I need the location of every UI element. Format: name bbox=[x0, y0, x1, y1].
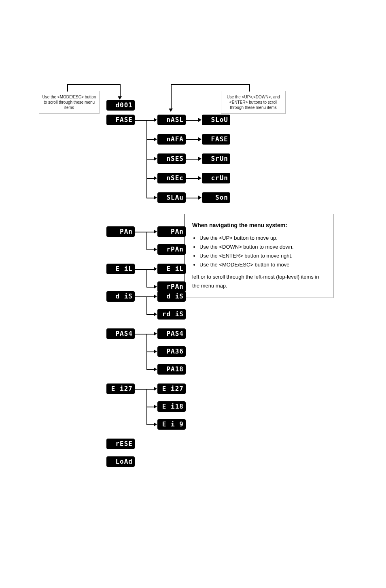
connector bbox=[146, 120, 155, 121]
connector bbox=[146, 232, 155, 232]
arrowhead-right-icon bbox=[154, 312, 157, 316]
connector bbox=[146, 178, 155, 179]
seg-son: Son bbox=[202, 193, 230, 202]
seg-nasl: nASL bbox=[158, 115, 185, 125]
connector bbox=[134, 232, 146, 232]
seg-pas4b: PAS4 bbox=[158, 329, 185, 339]
seg-til: E iL bbox=[107, 264, 134, 274]
arrowhead-right-icon bbox=[154, 176, 157, 180]
seg-load: LoAd bbox=[107, 457, 134, 467]
connector bbox=[146, 139, 155, 140]
connector bbox=[185, 198, 199, 198]
connector bbox=[146, 352, 155, 352]
info-tail: left or to scroll through the left-most … bbox=[192, 273, 326, 290]
seg-fast2: FASE bbox=[202, 134, 230, 144]
seg-slou: SLoU bbox=[202, 115, 230, 125]
connector bbox=[146, 249, 155, 250]
seg-rdis: rd iS bbox=[158, 309, 185, 319]
arrowhead-right-icon bbox=[198, 157, 201, 161]
connector bbox=[146, 407, 155, 407]
arrowhead-right-icon bbox=[198, 176, 201, 180]
connector bbox=[185, 178, 199, 179]
arrowhead-right-icon bbox=[198, 118, 201, 122]
arrowhead-down-icon bbox=[118, 96, 122, 100]
connector bbox=[134, 269, 146, 270]
info-heading: When navigating the menu system: bbox=[192, 221, 326, 230]
arrowhead-right-icon bbox=[154, 118, 157, 122]
seg-rpan2: rPAn bbox=[158, 282, 185, 292]
arrowhead-right-icon bbox=[154, 332, 157, 336]
connector bbox=[146, 232, 147, 249]
seg-ti18: E i18 bbox=[158, 402, 185, 411]
arrowhead-right-icon bbox=[154, 247, 157, 251]
seg-ti9: E i 9 bbox=[158, 420, 185, 429]
connector bbox=[146, 296, 147, 314]
info-bullet: Use the <MODE/ESC> button to move bbox=[199, 260, 326, 269]
connector bbox=[134, 296, 146, 297]
arrowhead-down-icon bbox=[169, 109, 173, 112]
arrowhead-right-icon bbox=[198, 196, 201, 200]
connector bbox=[185, 159, 199, 160]
connector bbox=[134, 120, 146, 121]
info-bullet: Use the <DOWN> button to move down. bbox=[199, 243, 326, 251]
arrowhead-right-icon bbox=[154, 422, 157, 426]
arrowhead-right-icon bbox=[154, 157, 157, 161]
connector bbox=[185, 139, 199, 140]
connector bbox=[120, 84, 121, 97]
arrowhead-right-icon bbox=[154, 230, 157, 234]
seg-ti27b: E i27 bbox=[158, 384, 185, 394]
connector bbox=[146, 314, 155, 315]
arrowhead-right-icon bbox=[154, 387, 157, 391]
connector bbox=[146, 269, 147, 287]
seg-dis2: d iS bbox=[158, 292, 185, 301]
connector bbox=[185, 120, 199, 121]
connector bbox=[146, 269, 155, 270]
connector bbox=[146, 424, 155, 425]
connector bbox=[134, 389, 146, 390]
seg-d001: d001 bbox=[107, 100, 134, 110]
arrowhead-right-icon bbox=[154, 367, 157, 371]
connector bbox=[146, 287, 155, 288]
seg-fast: FASE bbox=[107, 115, 134, 125]
connector bbox=[67, 84, 120, 85]
connector bbox=[146, 296, 155, 297]
arrowhead-right-icon bbox=[154, 349, 157, 354]
info-list: Use the <UP> button to move up. Use the … bbox=[192, 234, 326, 269]
seg-slau: SLAu bbox=[158, 193, 185, 202]
menu-map-diagram: Use the <MODE/ESC> button to scroll thro… bbox=[0, 0, 386, 588]
arrowhead-right-icon bbox=[154, 267, 157, 271]
seg-pa36: PA36 bbox=[158, 347, 185, 356]
seg-nafa: nAFA bbox=[158, 134, 185, 144]
arrowhead-right-icon bbox=[198, 137, 201, 141]
seg-pan: PAn bbox=[107, 227, 134, 236]
info-bullet: Use the <ENTER> button to move right. bbox=[199, 251, 326, 260]
seg-nstc: nSEc bbox=[158, 173, 185, 183]
connector bbox=[171, 84, 249, 85]
note-right: Use the <UP>,<DOWN>, and <ENTER> buttons… bbox=[221, 91, 286, 114]
seg-pan2: PAn bbox=[158, 227, 185, 236]
arrowhead-right-icon bbox=[154, 294, 157, 298]
info-bullet: Use the <UP> button to move up. bbox=[199, 234, 326, 243]
arrowhead-right-icon bbox=[154, 405, 157, 409]
seg-crun: crUn bbox=[202, 173, 230, 183]
seg-srun: SrUn bbox=[202, 154, 230, 164]
connector bbox=[134, 334, 146, 334]
connector bbox=[146, 389, 155, 390]
connector bbox=[249, 84, 250, 92]
seg-rpan: rPAn bbox=[158, 245, 185, 254]
info-box: When navigating the menu system: Use the… bbox=[185, 214, 333, 298]
arrowhead-right-icon bbox=[154, 285, 157, 289]
connector bbox=[67, 84, 68, 92]
connector bbox=[171, 84, 172, 109]
connector bbox=[146, 369, 155, 370]
seg-dis: d iS bbox=[107, 292, 134, 301]
arrowhead-right-icon bbox=[154, 137, 157, 141]
seg-pas4: PAS4 bbox=[107, 329, 134, 339]
seg-rest: rESE bbox=[107, 439, 134, 449]
seg-nsts: nSES bbox=[158, 154, 185, 164]
connector bbox=[146, 198, 155, 198]
seg-pa18: PA18 bbox=[158, 364, 185, 374]
connector bbox=[146, 159, 155, 160]
arrowhead-right-icon bbox=[154, 196, 157, 200]
seg-til2: E iL bbox=[158, 264, 185, 274]
